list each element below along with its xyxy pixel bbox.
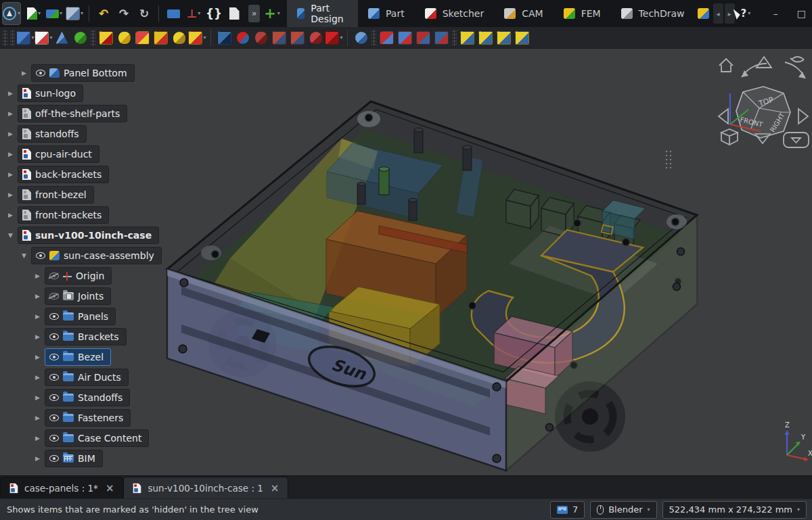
tree-item-cpu-air-duct[interactable]: cpu-air-duct bbox=[18, 145, 99, 163]
minimize-button[interactable]: – bbox=[764, 3, 787, 24]
visibility-icon[interactable] bbox=[36, 70, 45, 76]
expand-arrow-icon[interactable]: ▶ bbox=[32, 333, 43, 340]
tree-item-sun-v100-10inch-case[interactable]: sun-v100-10inch-case bbox=[18, 227, 159, 244]
tree-item-brackets[interactable]: Brackets bbox=[45, 328, 127, 346]
expression-button[interactable]: {} bbox=[204, 3, 224, 24]
visibility-icon[interactable] bbox=[49, 374, 59, 381]
whats-this-button[interactable]: ? ▾ bbox=[735, 7, 751, 20]
expand-arrow-icon[interactable]: ▶ bbox=[32, 394, 43, 401]
visibility-icon[interactable] bbox=[49, 354, 59, 360]
3d-viewport[interactable]: Sun TOP FRONT bbox=[0, 49, 812, 475]
tree-item-bezel[interactable]: Bezel bbox=[45, 348, 111, 366]
expand-arrow-icon[interactable]: ▶ bbox=[32, 313, 43, 320]
visibility-hidden-icon[interactable] bbox=[49, 293, 59, 300]
navcube-menu-button[interactable] bbox=[784, 133, 809, 147]
tree-item-front-brackets[interactable]: front-brackets bbox=[18, 206, 109, 224]
expand-arrow-icon[interactable]: ▶ bbox=[5, 151, 16, 158]
document-tab-case-panels-1-[interactable]: case-panels : 1*× bbox=[0, 477, 123, 498]
boolean-button[interactable] bbox=[352, 28, 370, 47]
tree-item-bim[interactable]: BIM bbox=[45, 450, 103, 467]
overlay-grip-dots[interactable] bbox=[666, 151, 671, 168]
close-tab-icon[interactable]: × bbox=[106, 482, 114, 494]
notifications-button[interactable]: 7 bbox=[550, 501, 585, 519]
tree-item-case-content[interactable]: Case Content bbox=[45, 429, 149, 447]
validate-sketch-button[interactable] bbox=[71, 28, 89, 47]
subtractive-helix-button[interactable] bbox=[307, 28, 325, 47]
undo-button[interactable]: ↶ bbox=[93, 3, 114, 24]
chamfer-button[interactable] bbox=[396, 28, 414, 47]
subtractive-loft-button[interactable] bbox=[270, 28, 288, 47]
toolbar-grip[interactable] bbox=[3, 30, 7, 45]
toolbar-grip[interactable] bbox=[91, 30, 95, 45]
edit-sketch-button[interactable] bbox=[53, 28, 71, 47]
tree-item-panels[interactable]: Panels bbox=[45, 308, 116, 325]
tree-item-sun-logo[interactable]: sun-logo bbox=[18, 85, 83, 102]
tree-item-off-the-shelf-parts[interactable]: off-the-shelf-parts bbox=[18, 105, 127, 122]
toolbar-grip[interactable] bbox=[10, 30, 15, 45]
workbench-tab-part[interactable]: Part bbox=[358, 0, 415, 27]
navcube-up-arrow[interactable] bbox=[757, 57, 771, 68]
additive-helix-button[interactable] bbox=[170, 28, 188, 47]
expand-arrow-icon[interactable]: ▶ bbox=[32, 455, 43, 462]
navcube-iso-cube-icon[interactable] bbox=[721, 129, 738, 145]
workbench-overflow-button[interactable]: » bbox=[248, 5, 260, 22]
visibility-hidden-icon[interactable] bbox=[49, 273, 59, 279]
toolbar-grip[interactable] bbox=[371, 30, 376, 45]
dimension-display-button[interactable]: 522,434 mm x 274,322 mm ▾ bbox=[662, 501, 807, 519]
additive-pipe-button[interactable] bbox=[152, 28, 170, 47]
expand-arrow-icon[interactable]: ▶ bbox=[32, 374, 43, 381]
pocket-button[interactable] bbox=[215, 28, 233, 47]
tree-item-fasteners[interactable]: Fasteners bbox=[45, 409, 131, 427]
open-file-button[interactable]: ▾ bbox=[44, 3, 64, 24]
expand-arrow-icon[interactable]: ▶ bbox=[32, 354, 43, 360]
scroll-left-button[interactable]: ◂ bbox=[713, 3, 723, 24]
tree-item-joints[interactable]: Joints bbox=[45, 287, 111, 305]
thickness-button[interactable] bbox=[432, 28, 451, 47]
collapse-arrow-icon[interactable]: ▼ bbox=[19, 252, 29, 259]
placement-button[interactable]: ⊥▾ bbox=[183, 3, 204, 24]
additive-loft-button[interactable] bbox=[133, 28, 152, 47]
tree-item-standoffs[interactable]: Standoffs bbox=[45, 389, 130, 406]
maximize-button[interactable]: □ bbox=[790, 3, 812, 24]
redo-button[interactable]: ↷ bbox=[114, 3, 134, 24]
subtractive-primitive-button[interactable]: ▾ bbox=[325, 28, 343, 47]
groove-button[interactable] bbox=[252, 28, 270, 47]
expand-arrow-icon[interactable]: ▶ bbox=[5, 191, 16, 198]
refresh-button[interactable]: ↻ bbox=[134, 3, 154, 24]
expand-arrow-icon[interactable]: ▶ bbox=[19, 70, 29, 76]
tree-item-standoffs[interactable]: standoffs bbox=[18, 125, 87, 143]
pad-button[interactable] bbox=[97, 28, 115, 47]
create-body-button[interactable]: ▾ bbox=[16, 28, 35, 47]
make-link-button[interactable] bbox=[163, 3, 183, 24]
revolution-button[interactable] bbox=[115, 28, 133, 47]
workbench-tab-partial[interactable] bbox=[695, 0, 712, 27]
tree-item-sun-case-assembly[interactable]: sun-case-assembly bbox=[31, 247, 162, 264]
model-sun-v100-case[interactable]: Sun bbox=[167, 101, 697, 471]
expand-arrow-icon[interactable]: ▶ bbox=[32, 273, 43, 279]
tree-item-air-ducts[interactable]: Air Ducts bbox=[45, 369, 129, 386]
toolbar-grip[interactable] bbox=[452, 30, 457, 45]
expand-arrow-icon[interactable]: ▶ bbox=[5, 171, 16, 178]
scroll-right-button[interactable]: ▸ bbox=[725, 3, 735, 24]
navigation-cube[interactable]: TOP FRONT RIGHT bbox=[719, 57, 809, 147]
visibility-icon[interactable] bbox=[49, 333, 59, 340]
freecad-main-menu-button[interactable]: ▾ bbox=[2, 2, 21, 25]
fillet-button[interactable] bbox=[378, 28, 396, 47]
expand-arrow-icon[interactable]: ▶ bbox=[5, 110, 16, 117]
expand-arrow-icon[interactable]: ▶ bbox=[32, 435, 43, 442]
hole-button[interactable] bbox=[233, 28, 252, 47]
navcube-home-icon[interactable] bbox=[719, 59, 733, 72]
tree-item-back-brackets[interactable]: back-brackets bbox=[18, 166, 109, 183]
subtractive-pipe-button[interactable] bbox=[288, 28, 307, 47]
expand-arrow-icon[interactable]: ▶ bbox=[5, 131, 16, 137]
mirrored-button[interactable] bbox=[458, 28, 476, 47]
collapse-arrow-icon[interactable]: ▼ bbox=[5, 232, 16, 239]
expand-arrow-icon[interactable]: ▶ bbox=[32, 293, 43, 300]
expand-arrow-icon[interactable]: ▶ bbox=[5, 90, 16, 97]
add-workbench-button[interactable]: + ▾ bbox=[264, 5, 280, 22]
polar-pattern-button[interactable] bbox=[495, 28, 513, 47]
new-file-button[interactable]: ▾ bbox=[24, 3, 44, 24]
linear-pattern-button[interactable] bbox=[476, 28, 495, 47]
visibility-icon[interactable] bbox=[49, 394, 59, 401]
workbench-tab-fem[interactable]: FEM bbox=[554, 0, 611, 27]
